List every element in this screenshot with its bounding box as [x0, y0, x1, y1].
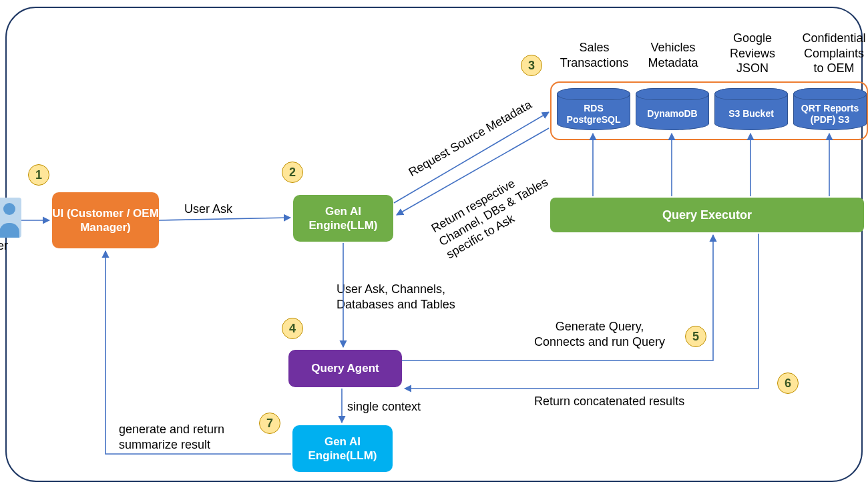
- qrt-reports-cyl: QRT Reports (PDF) S3: [793, 88, 867, 130]
- ds-header-complaints: Confidential Complaints to OEM: [791, 31, 868, 76]
- ds-header-sales: Sales Transactions: [554, 40, 634, 70]
- step-badge-4: 4: [282, 318, 303, 339]
- ui-node: UI (Customer / OEM Manager): [52, 192, 159, 248]
- ds-header-vehicles: Vehicles Metadata: [633, 40, 713, 70]
- ds-header-reviews: Google Reviews JSON: [709, 31, 796, 76]
- edge-user-ask-ch-db: User Ask, Channels, Databases and Tables: [337, 282, 455, 312]
- user-icon: [0, 198, 21, 238]
- s3-bucket-cyl: S3 Bucket: [714, 88, 788, 130]
- step-badge-3: 3: [521, 55, 542, 76]
- edge-user-ask: User Ask: [184, 202, 232, 217]
- query-agent-node: Query Agent: [288, 350, 402, 387]
- user-label: er: [0, 239, 8, 253]
- step-badge-5: 5: [685, 326, 706, 347]
- rds-postgresql-cyl: RDS PostgreSQL: [557, 88, 630, 130]
- edge-return-concatenated: Return concatenated results: [534, 394, 684, 409]
- edge-single-context: single context: [347, 399, 421, 415]
- step-badge-2: 2: [282, 162, 303, 183]
- genai-engine-2: Gen AI Engine(LLM): [292, 425, 393, 472]
- edge-generate-query: Generate Query, Connects and run Query: [519, 319, 680, 349]
- dynamodb-cyl: DynamoDB: [636, 88, 709, 130]
- step-badge-6: 6: [777, 373, 799, 394]
- edge-summarize: generate and return summarize result: [119, 422, 224, 452]
- step-badge-1: 1: [28, 164, 49, 186]
- step-badge-7: 7: [259, 413, 280, 434]
- query-executor-node: Query Executor: [550, 198, 864, 232]
- genai-engine-1: Gen AI Engine(LLM): [293, 195, 393, 242]
